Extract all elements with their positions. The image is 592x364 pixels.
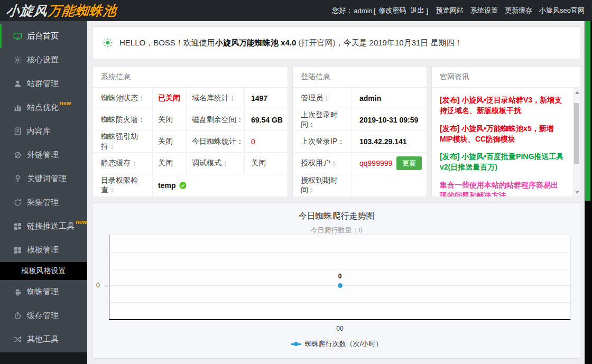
field-label: 管理员： xyxy=(293,88,352,109)
welcome-banner: HELLO，BOSS！欢迎使用 小旋风万能蜘蛛池 x4.0 (打开官网) ，今天… xyxy=(92,26,580,59)
table-row: 管理员： admin xyxy=(293,88,427,109)
info-panels-row: 系统信息 蜘蛛池状态： 已关闭 域名库统计： 1497 蜘蛛防火墙： 关闭 磁盘… xyxy=(92,66,580,197)
sidebar-item-label: 模板管理 xyxy=(27,245,59,255)
data-point xyxy=(338,283,343,288)
news-scrollbar[interactable] xyxy=(573,88,580,197)
news-link[interactable]: [发布] 小旋风•万能蜘蛛池x5，新增MIP模块、CC防御模块 xyxy=(440,123,565,145)
scroll-up-icon[interactable] xyxy=(575,91,579,94)
admin-dashboard: 小旋风万能蜘蛛池 您好： admin [ 修改密码 退出 ] 预览网站 系统设置… xyxy=(0,0,592,364)
plot-area-wrap: 0 0 00 xyxy=(109,235,571,320)
news-link[interactable]: [发布] 小旋风•百度批量PING推送工具v2(日推送量百万) xyxy=(440,151,565,173)
scroll-down-icon[interactable] xyxy=(575,191,579,194)
field-label: 静态缓存： xyxy=(93,153,153,174)
table-row: 授权用户： qq999999 更新 xyxy=(293,153,427,174)
bracket-open: [ xyxy=(374,7,376,15)
open-official-link[interactable]: (打开官网) xyxy=(298,38,335,48)
sidebar-item-other-tools[interactable]: 其他工具 xyxy=(0,328,87,351)
system-settings-link[interactable]: 系统设置 xyxy=(470,6,498,15)
check-circle-icon xyxy=(179,181,187,190)
logout-link[interactable]: 退出 xyxy=(410,6,424,15)
field-value: 关闭 xyxy=(153,153,187,174)
bracket-close: ] xyxy=(426,7,428,15)
sidebar-item-cache-manage[interactable]: 缓存管理 xyxy=(0,304,87,328)
legend-marker-icon xyxy=(291,343,301,345)
field-label: 授权用户： xyxy=(293,153,352,174)
sidebar-item-external-links[interactable]: 外链管理 xyxy=(0,143,87,167)
preview-site-link[interactable]: 预览网站 xyxy=(436,6,464,15)
field-label: 今日蜘蛛统计： xyxy=(187,131,245,152)
header-nav: 您好： admin [ 修改密码 退出 ] 预览网站 系统设置 更新缓存 小旋风… xyxy=(325,6,585,15)
system-info-panel: 系统信息 蜘蛛池状态： 已关闭 域名库统计： 1497 蜘蛛防火墙： 关闭 磁盘… xyxy=(92,66,288,197)
welcome-text-prefix: HELLO，BOSS！欢迎使用 xyxy=(119,38,215,48)
bar-chart-icon xyxy=(13,103,22,112)
sidebar-item-collection[interactable]: 采集管理 xyxy=(0,191,87,214)
sidebar-item-dashboard[interactable]: 后台首页 xyxy=(0,24,87,48)
field-value: 关闭 xyxy=(153,109,187,130)
sidebar-item-keywords[interactable]: 关键词管理 xyxy=(0,167,87,191)
sidebar-item-spider-manage[interactable]: 蜘蛛管理 xyxy=(0,280,87,304)
username: admin xyxy=(354,7,372,15)
page-scrollbar-thumb[interactable] xyxy=(585,21,590,201)
sidebar-item-core-settings[interactable]: 核心设置 xyxy=(0,48,87,72)
sidebar-subitem-template-style[interactable]: 模板风格设置 xyxy=(0,262,87,280)
sidebar-item-label: 蜘蛛管理 xyxy=(27,287,59,297)
sun-icon xyxy=(103,38,113,48)
chart-subtitle: 今日爬行数量：0 xyxy=(93,226,580,235)
chart-legend[interactable]: 蜘蛛爬行次数（次/小时） xyxy=(93,339,580,349)
monitor-icon xyxy=(13,32,22,41)
field-label: 域名库统计： xyxy=(187,88,245,109)
main-content: HELLO，BOSS！欢迎使用 小旋风万能蜘蛛池 x4.0 (打开官网) ，今天… xyxy=(87,21,585,364)
field-value: 关闭 xyxy=(245,153,288,174)
news-list: [发布] 小旋风•泛目录站群V3，新增支持泛域名、新版模板干扰 [发布] 小旋风… xyxy=(432,88,580,197)
news-link[interactable]: [发布] 小旋风•泛目录站群V3，新增支持泛域名、新版模板干扰 xyxy=(440,95,565,116)
sidebar-item-label: 站群管理 xyxy=(27,79,59,89)
news-panel: 官网资讯 [发布] 小旋风•泛目录站群V3，新增支持泛域名、新版模板干扰 [发布… xyxy=(431,66,580,197)
document-icon xyxy=(13,127,22,136)
field-label: 蜘蛛强引劫持： xyxy=(93,131,153,152)
sidebar-item-label: 关键词管理 xyxy=(27,174,67,184)
field-value: 1497 xyxy=(245,88,288,109)
table-row: 蜘蛛防火墙： 关闭 磁盘剩余空间： 69.54 GB xyxy=(93,109,288,131)
sidebar-item-site-optimize[interactable]: 站点优化 new xyxy=(0,96,87,119)
app-logo: 小旋风万能蜘蛛池 xyxy=(5,2,117,20)
shuffle-icon xyxy=(13,335,22,344)
official-site-link[interactable]: 小旋风seo官网 xyxy=(539,6,585,15)
table-row: 上次登录IP： 103.42.29.141 xyxy=(293,131,427,153)
sidebar-item-content-library[interactable]: 内容库 xyxy=(0,119,87,143)
panel-title: 登陆信息 xyxy=(293,67,427,88)
news-scrollbar-thumb[interactable] xyxy=(574,103,579,164)
table-row: 蜘蛛池状态： 已关闭 域名库统计： 1497 xyxy=(93,88,288,109)
logo-primary-text: 小旋风 xyxy=(6,3,49,18)
change-password-link[interactable]: 修改密码 xyxy=(378,6,406,15)
field-label: 蜘蛛池状态： xyxy=(93,88,153,109)
gridline xyxy=(109,252,570,253)
field-value: 103.42.29.141 xyxy=(352,131,427,152)
field-value: 69.54 GB xyxy=(245,109,288,130)
sidebar-item-template-manage[interactable]: 模板管理 xyxy=(0,238,87,262)
welcome-text-suffix: ，今天是 2019年10月31日 星期四！ xyxy=(335,38,462,48)
key-icon xyxy=(13,174,22,183)
field-label: 蜘蛛防火墙： xyxy=(93,109,153,130)
field-label: 调试模式： xyxy=(187,153,245,174)
sidebar-subitem-label: 模板风格设置 xyxy=(22,266,66,276)
field-value: 已关闭 xyxy=(153,88,187,109)
update-button[interactable]: 更新 xyxy=(396,156,422,170)
top-header: 小旋风万能蜘蛛池 您好： admin [ 修改密码 退出 ] 预览网站 系统设置… xyxy=(0,0,592,21)
logo-secondary-text: 万能蜘蛛池 xyxy=(48,3,118,18)
field-label: 授权到期时间： xyxy=(293,174,352,196)
field-label: 目录权限检查： xyxy=(93,174,153,196)
page-scrollbar[interactable] xyxy=(585,21,592,364)
sidebar-item-link-push-tool[interactable]: 链接推送工具 new xyxy=(0,214,87,238)
table-row: 静态缓存： 关闭 调试模式： 关闭 xyxy=(93,153,288,174)
update-cache-link[interactable]: 更新缓存 xyxy=(505,6,532,15)
field-label: 磁盘剩余空间： xyxy=(187,109,245,130)
data-point-label: 0 xyxy=(338,273,342,280)
field-value: 关闭 xyxy=(153,131,187,152)
field-value: admin xyxy=(352,88,427,109)
sidebar-menu: 后台首页 核心设置 站群管理 站点优化 new 内容库 外链管理 xyxy=(0,21,87,352)
news-link[interactable]: 集合一些使用本站的站群程序容易出现的问题和解决方法 xyxy=(440,180,565,197)
grid-icon xyxy=(13,246,22,255)
x-axis-tick: 00 xyxy=(336,325,343,332)
gridline xyxy=(109,269,570,269)
sidebar-item-site-group[interactable]: 站群管理 xyxy=(0,72,87,96)
